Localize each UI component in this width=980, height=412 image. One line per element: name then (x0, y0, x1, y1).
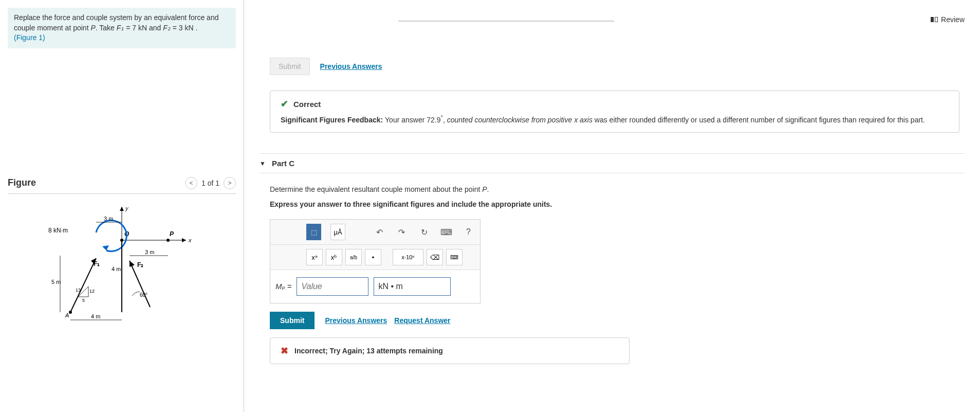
x-icon: ✖ (281, 345, 288, 356)
reset-button[interactable]: ↻ (417, 224, 430, 240)
answer-label: Mₚ = (275, 282, 291, 291)
svg-text:A: A (65, 312, 69, 318)
figure-reference-link[interactable]: (Figure 1) (14, 33, 45, 42)
correct-label: Correct (293, 100, 321, 109)
svg-point-21 (69, 311, 72, 314)
part-c-body: Determine the equivalent resultant coupl… (260, 173, 965, 364)
svg-text:P: P (170, 230, 174, 238)
point-p: P (90, 24, 95, 32)
figure-title: Figure (8, 177, 36, 188)
request-answer-link[interactable]: Request Answer (394, 316, 450, 325)
dot-button[interactable]: • (365, 249, 381, 265)
caret-down-icon: ▼ (260, 160, 266, 167)
svg-text:4 m: 4 m (112, 266, 121, 272)
templates-button[interactable]: ⬚ (306, 224, 321, 240)
superscript-button[interactable]: xᵃ (306, 249, 323, 265)
svg-text:5 m: 5 m (51, 279, 61, 285)
units-input[interactable]: kN • m (374, 277, 451, 296)
figure-header: Figure < 1 of 1 > (8, 177, 236, 194)
previous-answers-link[interactable]: Previous Answers (320, 62, 382, 70)
figure-nav: < 1 of 1 > (185, 177, 236, 189)
svg-text:y: y (125, 205, 129, 211)
undo-button[interactable]: ↶ (373, 224, 386, 240)
svg-point-8 (167, 239, 170, 242)
feedback-correct-box: ✔ Correct Significant Figures Feedback: … (270, 91, 959, 133)
left-panel: Replace the force and couple system by a… (0, 0, 244, 412)
value-input[interactable] (297, 277, 368, 296)
submit-button[interactable]: Submit (270, 312, 315, 329)
fraction-button[interactable]: a/b (345, 249, 362, 265)
svg-text:8 kN·m: 8 kN·m (48, 227, 68, 234)
review-icon (931, 17, 938, 22)
figure-nav-count: 1 of 1 (201, 179, 219, 187)
keyboard-small-button[interactable]: ⌨ (446, 249, 463, 265)
answer-widget: ⬚ μÅ ↶ ↷ ↻ ⌨ ? xᵃ xᵇ a/b • x·10ⁿ ⌫ (270, 219, 480, 303)
previous-answer-box-edge (398, 21, 614, 22)
scientific-button[interactable]: x·10ⁿ (393, 249, 423, 265)
submit-row-partc: Submit Previous Answers Request Answer (270, 312, 965, 329)
svg-text:3 m: 3 m (104, 216, 113, 222)
problem-statement: Replace the force and couple system by a… (8, 8, 236, 48)
redo-button[interactable]: ↷ (395, 224, 408, 240)
figure-diagram: x y O P 8 kN·m 3 m 3 m 4 m (8, 204, 236, 324)
part-c-title: Part C (272, 159, 294, 168)
check-icon: ✔ (281, 98, 288, 110)
units-button[interactable]: μÅ (330, 224, 345, 240)
submit-row-prev: Submit Previous Answers (270, 58, 965, 75)
figure-prev-button[interactable]: < (185, 177, 197, 189)
svg-text:F₂: F₂ (137, 261, 143, 268)
svg-text:4 m: 4 m (91, 313, 100, 319)
svg-text:13: 13 (76, 288, 81, 293)
toolbar-row-2: xᵃ xᵇ a/b • x·10ⁿ ⌫ ⌨ (270, 245, 480, 270)
toolbar-row-1: ⬚ μÅ ↶ ↷ ↻ ⌨ ? (270, 220, 480, 245)
right-panel: Review Submit Previous Answers ✔ Correct… (244, 0, 980, 412)
svg-marker-3 (120, 207, 124, 211)
svg-text:60°: 60° (140, 292, 147, 298)
svg-text:5: 5 (82, 298, 85, 303)
svg-line-18 (70, 258, 96, 312)
svg-text:3 m: 3 m (145, 249, 154, 255)
question-text: Determine the equivalent resultant coupl… (270, 184, 965, 195)
review-link[interactable]: Review (931, 15, 965, 24)
answer-row: Mₚ = kN • m (270, 270, 480, 303)
part-c-header[interactable]: ▼ Part C (260, 153, 965, 173)
error-text: Incorrect; Try Again; 13 attempts remain… (294, 347, 443, 355)
svg-marker-10 (102, 245, 109, 250)
backspace-button[interactable]: ⌫ (427, 249, 443, 265)
submit-button-disabled: Submit (270, 58, 310, 75)
figure-next-button[interactable]: > (224, 177, 236, 189)
previous-answers-link-c[interactable]: Previous Answers (325, 316, 387, 325)
subscript-button[interactable]: xᵇ (326, 249, 342, 265)
svg-text:x: x (188, 237, 192, 243)
help-button[interactable]: ? (462, 224, 475, 240)
error-box: ✖ Incorrect; Try Again; 13 attempts rema… (270, 337, 630, 364)
feedback-body: Significant Figures Feedback: Your answe… (281, 114, 949, 125)
svg-text:12: 12 (89, 289, 95, 294)
instruction-text: Express your answer to three significant… (270, 199, 965, 210)
keyboard-button[interactable]: ⌨ (440, 224, 453, 240)
svg-text:F₁: F₁ (94, 260, 100, 267)
svg-marker-2 (182, 238, 186, 242)
